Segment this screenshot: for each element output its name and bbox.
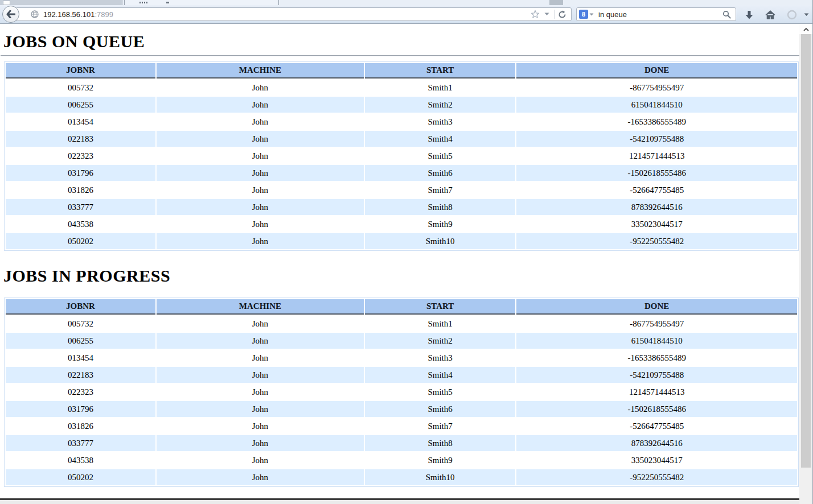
bookmark-star-icon[interactable]	[529, 9, 541, 20]
cell-jobnr: 050202	[6, 233, 155, 249]
cell-machine: John	[157, 199, 364, 215]
cell-done: -1502618555486	[516, 165, 797, 181]
cell-start: Smith4	[365, 131, 515, 147]
cell-done: 335023044517	[516, 452, 797, 468]
cell-done: 1214571444513	[516, 148, 797, 164]
table-row: 031796JohnSmith6-1502618555486	[6, 401, 797, 417]
back-arrow-icon	[6, 10, 15, 18]
toolbar-overflow-button[interactable]	[800, 7, 812, 22]
cell-jobnr: 022323	[6, 384, 155, 400]
column-header-machine: MACHINE	[157, 63, 364, 79]
cell-jobnr: 022183	[6, 131, 155, 147]
cell-start: Smith5	[365, 384, 515, 400]
history-dropdown-icon[interactable]	[541, 9, 552, 20]
cell-jobnr: 031826	[6, 418, 155, 434]
cell-done: 615041844510	[516, 333, 797, 349]
cell-jobnr: 043538	[6, 216, 155, 232]
cell-done: 878392644516	[516, 199, 797, 215]
table-row: 022323JohnSmith51214571444513	[6, 148, 797, 164]
search-magnifier-icon[interactable]	[721, 9, 732, 20]
scrollbar-thumb[interactable]	[801, 34, 811, 468]
cell-jobnr: 005732	[6, 316, 155, 332]
column-header-done: DONE	[516, 63, 797, 79]
cell-machine: John	[157, 316, 364, 332]
cell-done: -526647755485	[516, 182, 797, 198]
table-row: 022183JohnSmith4-542109755488	[6, 131, 797, 147]
page-content: JOBS ON QUEUE JOBNRMACHINESTARTDONE00573…	[0, 24, 800, 504]
cell-start: Smith1	[365, 80, 515, 96]
cell-done: 335023044517	[516, 216, 797, 232]
column-header-start: START	[365, 63, 515, 79]
table-row: 013454JohnSmith3-1653386555489	[6, 114, 797, 130]
scrollbar-up-button[interactable]	[799, 24, 812, 34]
back-button[interactable]	[2, 6, 19, 23]
search-box[interactable]: 8 in queue	[576, 7, 736, 21]
home-button[interactable]	[763, 7, 778, 22]
cell-machine: John	[157, 216, 364, 232]
cell-machine: John	[157, 165, 364, 181]
reload-icon[interactable]	[556, 9, 568, 20]
cell-machine: John	[157, 233, 364, 249]
cell-start: Smith3	[365, 350, 515, 366]
cell-done: 615041844510	[516, 97, 797, 113]
cell-start: Smith2	[365, 97, 515, 113]
cell-start: Smith7	[365, 182, 515, 198]
table-row: 022183JohnSmith4-542109755488	[6, 367, 797, 383]
stop-circle-button[interactable]	[785, 7, 799, 22]
search-engine-dropdown-icon[interactable]	[588, 9, 595, 20]
cell-start: Smith5	[365, 148, 515, 164]
search-engine-icon[interactable]: 8	[579, 10, 588, 19]
cell-done: -526647755485	[516, 418, 797, 434]
jobs-in-progress-table: JOBNRMACHINESTARTDONE005732JohnSmith1-86…	[4, 298, 799, 487]
cell-machine: John	[157, 435, 364, 451]
cell-done: 878392644516	[516, 435, 797, 451]
table-row: 031826JohnSmith7-526647755485	[6, 418, 797, 434]
cell-machine: John	[157, 97, 364, 113]
jobs-on-queue-table: JOBNRMACHINESTARTDONE005732JohnSmith1-86…	[4, 61, 799, 251]
cell-done: 1214571444513	[516, 384, 797, 400]
table-row: 050202JohnSmith10-952250555482	[6, 233, 797, 249]
cell-machine: John	[157, 131, 364, 147]
url-host: 192.168.56.101	[43, 10, 95, 19]
globe-icon	[31, 10, 39, 18]
inactive-tab-favicon	[3, 1, 10, 5]
cell-done: -952250555482	[516, 233, 797, 249]
column-header-machine: MACHINE	[157, 299, 364, 315]
active-tab[interactable]	[124, 0, 279, 5]
inactive-tab[interactable]	[0, 0, 122, 5]
cell-jobnr: 013454	[6, 114, 155, 130]
table-row: 005732JohnSmith1-867754955497	[6, 316, 797, 332]
url-bar[interactable]: 192.168.56.101:7899	[15, 7, 572, 21]
cell-machine: John	[157, 401, 364, 417]
cell-start: Smith2	[365, 333, 515, 349]
cell-machine: John	[157, 148, 364, 164]
column-header-start: START	[365, 299, 515, 315]
vertical-scrollbar[interactable]	[799, 24, 812, 504]
tab-strip-button[interactable]	[549, 0, 563, 5]
cell-jobnr: 022323	[6, 148, 155, 164]
cell-jobnr: 005732	[6, 80, 155, 96]
cell-machine: John	[157, 182, 364, 198]
cell-start: Smith8	[365, 435, 515, 451]
cell-jobnr: 033777	[6, 435, 155, 451]
url-port: :7899	[95, 10, 113, 19]
cell-jobnr: 006255	[6, 97, 155, 113]
cell-jobnr: 050202	[6, 469, 155, 485]
active-tab-title-remnant	[166, 2, 169, 3]
cell-start: Smith10	[365, 233, 515, 249]
tab-strip	[0, 0, 813, 5]
chevron-down-icon	[804, 13, 809, 16]
table-row: 050202JohnSmith10-952250555482	[6, 469, 797, 485]
download-arrow-icon	[745, 10, 754, 20]
table-row: 022323JohnSmith51214571444513	[6, 384, 797, 400]
cell-start: Smith9	[365, 216, 515, 232]
table-row: 033777JohnSmith8878392644516	[6, 435, 797, 451]
cell-done: -952250555482	[516, 469, 797, 485]
downloads-button[interactable]	[742, 7, 757, 22]
header-row: JOBNRMACHINESTARTDONE	[6, 299, 797, 315]
cell-jobnr: 031796	[6, 401, 155, 417]
cell-jobnr: 013454	[6, 350, 155, 366]
circle-icon	[787, 10, 797, 20]
search-input[interactable]: in queue	[598, 10, 721, 19]
chevron-up-icon	[803, 28, 809, 31]
